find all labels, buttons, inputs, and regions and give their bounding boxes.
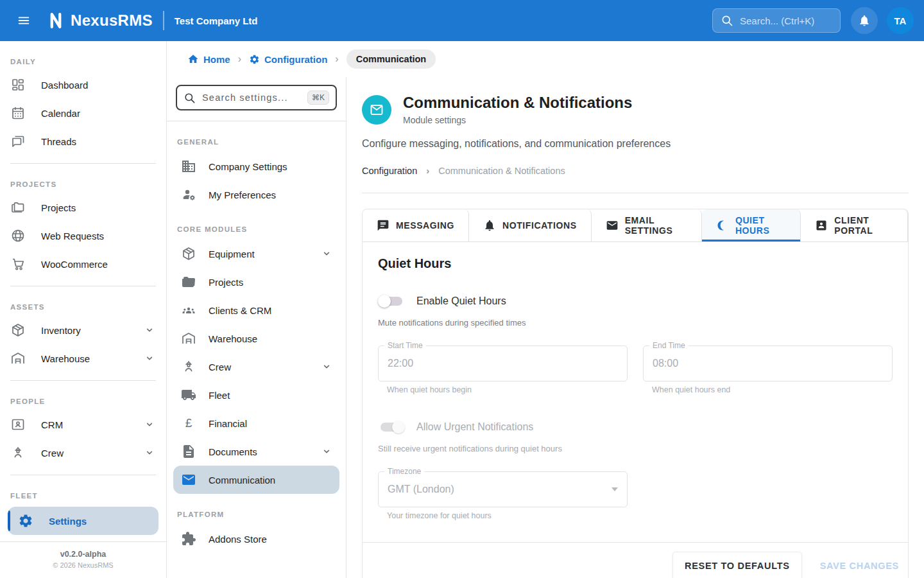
settings-search[interactable]: ⌘K — [176, 85, 337, 110]
tab-label: MESSAGING — [396, 220, 454, 231]
truck-icon — [181, 387, 196, 403]
warehouse-icon — [181, 331, 196, 346]
nav-item-label: Communication — [209, 475, 333, 486]
reset-to-defaults-button[interactable]: RESET TO DEFAULTS — [672, 552, 802, 578]
module-breadcrumb: Configuration › Communication & Notifica… — [362, 165, 909, 176]
sidebar-item-threads[interactable]: Threads — [0, 127, 166, 155]
dropdown-arrow-icon — [612, 487, 618, 491]
brand[interactable]: NexusRMS — [46, 11, 153, 30]
global-search-input[interactable] — [740, 15, 832, 26]
crew-icon — [181, 359, 196, 374]
tab-messaging[interactable]: MESSAGING — [363, 209, 469, 241]
box-icon — [10, 322, 26, 338]
tab-notifications[interactable]: NOTIFICATIONS — [469, 209, 592, 241]
sidebar-item-dashboard[interactable]: Dashboard — [0, 71, 166, 99]
tab-quiet-hours[interactable]: QUIET HOURS — [702, 209, 801, 241]
tab-email-settings[interactable]: EMAIL SETTINGS — [592, 209, 702, 241]
sidebar-item-projects[interactable]: Projects — [0, 193, 166, 222]
threads-icon — [10, 134, 26, 149]
sidebar-divider — [10, 163, 156, 164]
bell-icon — [858, 14, 871, 27]
tab-client-portal[interactable]: CLIENT PORTAL — [801, 209, 908, 241]
start-time-field[interactable]: Start Time 22:00 — [378, 346, 628, 381]
chevron-down-icon[interactable] — [143, 352, 156, 365]
sidebar-item-label: Projects — [41, 202, 156, 213]
save-changes-button[interactable]: SAVE CHANGES — [811, 552, 908, 578]
toggle-helper-text: Mute notifications during specified time… — [378, 318, 893, 328]
nav-item-clients-crm[interactable]: Clients & CRM — [173, 296, 339, 324]
user-avatar[interactable]: TA — [887, 7, 914, 34]
panel-heading: Quiet Hours — [378, 256, 893, 271]
sidebar-item-web-requests[interactable]: Web Requests — [0, 222, 166, 250]
sidebar-item-label: Dashboard — [41, 80, 156, 91]
module-header: Communication & Notifications Module set… — [362, 94, 909, 125]
chevron-down-icon[interactable] — [320, 445, 333, 458]
toggle-helper-text: Still receive urgent notifications durin… — [378, 444, 893, 453]
sidebar-item-inventory[interactable]: Inventory — [0, 316, 166, 344]
nav-item-financial[interactable]: £ Financial — [173, 409, 339, 437]
topbar-divider — [163, 11, 164, 30]
nav-item-addons-store[interactable]: Addons Store — [173, 525, 339, 553]
end-time-field[interactable]: End Time 08:00 — [643, 346, 893, 381]
nav-item-my-preferences[interactable]: My Preferences — [173, 180, 339, 209]
nav-item-projects[interactable]: Projects — [173, 268, 339, 296]
globe-icon — [10, 228, 26, 243]
nav-item-company-settings[interactable]: Company Settings — [173, 152, 339, 180]
nav-divider — [167, 121, 346, 121]
breadcrumb-separator: › — [238, 53, 241, 65]
puzzle-icon — [181, 531, 196, 547]
gear-icon — [249, 54, 260, 65]
settings-card: MESSAGING NOTIFICATIONS EM — [362, 209, 909, 578]
sidebar-item-crm[interactable]: CRM — [0, 410, 166, 439]
sidebar-item-woocommerce[interactable]: WooCommerce — [0, 250, 166, 278]
crew-icon — [10, 445, 26, 460]
nav-item-label: My Preferences — [209, 189, 333, 200]
nav-item-label: Crew — [209, 362, 308, 372]
field-helper-text: When quiet hours end — [652, 385, 893, 394]
copyright: © 2026 NexusRMS — [8, 561, 158, 569]
nav-item-label: Financial — [209, 418, 333, 429]
module-breadcrumb-current: Communication & Notifications — [438, 166, 565, 176]
breadcrumb-home[interactable]: Home — [187, 53, 230, 65]
folder-icon — [181, 274, 196, 290]
chevron-down-icon[interactable] — [143, 324, 156, 337]
sidebar-item-warehouse[interactable]: Warehouse — [0, 344, 166, 372]
breadcrumb-configuration[interactable]: Configuration — [249, 54, 327, 65]
global-search[interactable] — [712, 8, 841, 33]
field-helper-text: Your timezone for quiet hours — [387, 511, 628, 520]
sidebar-item-calendar[interactable]: Calendar — [0, 99, 166, 127]
nav-item-communication[interactable]: Communication — [173, 466, 339, 494]
sidebar-section-daily: DAILY — [0, 58, 166, 66]
field-helper-text: When quiet hours begin — [387, 385, 628, 394]
chevron-down-icon[interactable] — [320, 247, 333, 260]
nav-item-label: Projects — [209, 277, 333, 288]
people-group-icon — [181, 302, 196, 318]
nav-item-label: Warehouse — [209, 333, 333, 344]
nav-item-documents[interactable]: Documents — [173, 437, 339, 466]
nav-item-crew[interactable]: Crew — [173, 353, 339, 381]
notifications-button[interactable] — [851, 7, 878, 34]
module-breadcrumb-parent[interactable]: Configuration — [362, 166, 417, 176]
field-value: 22:00 — [388, 358, 618, 369]
timezone-select[interactable]: Timezone GMT (London) — [378, 471, 628, 507]
chevron-down-icon[interactable] — [143, 446, 156, 459]
sidebar-footer: v0.2.0-alpha © 2026 NexusRMS — [0, 541, 166, 572]
settings-nav: ⌘K GENERAL Company Settings My Preferenc… — [167, 77, 346, 578]
module-description: Configure messaging, notifications, and … — [362, 138, 909, 150]
nav-item-fleet[interactable]: Fleet — [173, 381, 339, 409]
chevron-down-icon[interactable] — [143, 418, 156, 431]
sidebar-item-settings[interactable]: Settings — [8, 507, 158, 535]
nav-item-equipment[interactable]: Equipment — [173, 240, 339, 268]
chevron-down-icon[interactable] — [320, 360, 333, 373]
dashboard-icon — [10, 77, 26, 92]
building-icon — [181, 159, 196, 174]
hamburger-menu-button[interactable] — [10, 7, 37, 34]
sidebar-item-crew[interactable]: Crew — [0, 439, 166, 467]
enable-quiet-hours-toggle[interactable] — [381, 297, 402, 306]
nav-item-warehouse[interactable]: Warehouse — [173, 324, 339, 353]
nav-group-platform: PLATFORM — [167, 511, 346, 518]
box-icon — [181, 246, 196, 261]
bell-icon — [483, 219, 496, 232]
settings-search-input[interactable] — [202, 92, 301, 103]
nav-group-general: GENERAL — [167, 138, 346, 146]
